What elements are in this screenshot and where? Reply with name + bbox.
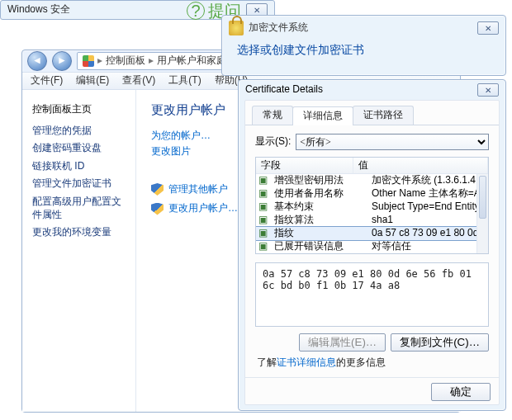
shield-icon [151, 203, 164, 215]
row-value: sha1 [367, 214, 476, 227]
nav-forward-button[interactable]: ► [52, 51, 72, 71]
cert-tabs: 常规 详细信息 证书路径 [245, 101, 499, 125]
list-header: 字段 值 [256, 158, 488, 174]
col-value[interactable]: 值 [353, 158, 488, 173]
ok-button[interactable]: 确定 [431, 383, 491, 401]
shield-icon [151, 183, 164, 196]
efs-title: 加密文件系统 [249, 21, 308, 35]
cert-field-list[interactable]: 字段 值 ▣增强型密钥用法加密文件系统 (1.3.6.1.4…▣使用者备用名称O… [255, 157, 489, 254]
lock-icon [229, 21, 244, 35]
sidebar-item-manage-certs[interactable]: 管理文件加密证书 [32, 177, 126, 191]
menu-file[interactable]: 文件(F) [31, 74, 63, 87]
list-row[interactable]: ▣指纹0a 57 c8 73 09 e1 80 0d… [256, 227, 476, 240]
sidebar-item-env-vars[interactable]: 更改我的环境变量 [32, 226, 126, 239]
menu-view[interactable]: 查看(V) [122, 74, 155, 87]
sidebar-item-credentials[interactable]: 管理您的凭据 [32, 125, 126, 138]
list-row[interactable]: ▣指纹算法sha1 [256, 214, 476, 227]
crumb-root[interactable]: 控制面板 [106, 54, 145, 68]
row-value: 对等信任 [367, 240, 476, 253]
nav-back-button[interactable]: ◄ [27, 51, 47, 71]
list-row[interactable]: ▣增强型密钥用法加密文件系统 (1.3.6.1.4… [256, 174, 476, 187]
row-icon: ▣ [256, 174, 269, 187]
row-icon: ▣ [256, 214, 269, 227]
sidebar-item-password-reset[interactable]: 创建密码重设盘 [32, 142, 126, 155]
edit-properties-button: 编辑属性(E)… [299, 333, 386, 352]
row-icon: ▣ [256, 227, 269, 240]
shield-icon [83, 55, 94, 67]
row-field: 已展开错误信息 [269, 240, 367, 253]
row-value: Other Name 主体名称=Adm… [367, 187, 476, 201]
more-info: 了解证书详细信息的更多信息 [257, 356, 487, 370]
row-field: 基本约束 [269, 201, 367, 214]
row-value: 0a 57 c8 73 09 e1 80 0d… [367, 227, 476, 240]
menu-tools[interactable]: 工具(T) [168, 74, 201, 87]
row-icon: ▣ [256, 187, 269, 201]
more-info-link[interactable]: 证书详细信息 [277, 356, 336, 368]
close-button[interactable] [477, 83, 499, 97]
tab-general[interactable]: 常规 [252, 106, 293, 125]
copy-to-file-button[interactable]: 复制到文件(C)… [391, 333, 489, 352]
row-value: 加密文件系统 (1.3.6.1.4… [367, 174, 476, 187]
list-row[interactable]: ▣已展开错误信息对等信任 [256, 240, 476, 253]
row-field: 使用者备用名称 [269, 187, 367, 201]
row-field: 指纹 [269, 227, 367, 240]
cp-sidebar: 控制面板主页 管理您的凭据 创建密码重设盘 链接联机 ID 管理文件加密证书 配… [22, 90, 136, 412]
sidebar-item-advanced-profile[interactable]: 配置高级用户配置文件属性 [32, 196, 126, 221]
tab-cert-path[interactable]: 证书路径 [353, 106, 414, 125]
show-filter-select[interactable]: <所有> [296, 134, 489, 150]
close-button[interactable] [477, 21, 499, 35]
dialog-title: Certificate Details [245, 83, 323, 97]
thumbprint-value[interactable]: 0a 57 c8 73 09 e1 80 0d 6e 56 fb 01 6c b… [255, 262, 489, 327]
menu-edit[interactable]: 编辑(E) [76, 74, 109, 87]
show-label: 显示(S): [255, 135, 291, 149]
wsec-title: Windows 安全 [7, 3, 70, 17]
row-icon: ▣ [256, 240, 269, 253]
list-row[interactable]: ▣使用者备用名称Other Name 主体名称=Adm… [256, 187, 476, 201]
scrollbar[interactable] [476, 174, 488, 253]
certificate-details-dialog: Certificate Details 常规 详细信息 证书路径 显示(S): … [238, 79, 506, 411]
efs-subtitle: 选择或创建文件加密证书 [222, 40, 505, 59]
list-row[interactable]: ▣基本约束Subject Type=End Entity… [256, 201, 476, 214]
col-field[interactable]: 字段 [256, 158, 353, 173]
row-field: 指纹算法 [269, 214, 367, 227]
row-value: Subject Type=End Entity… [367, 201, 476, 214]
question-icon: ? [187, 2, 205, 20]
row-field: 增强型密钥用法 [269, 174, 367, 187]
sidebar-item-link-online-id[interactable]: 链接联机 ID [32, 160, 126, 173]
row-icon: ▣ [256, 201, 269, 214]
efs-wizard-window: 加密文件系统 选择或创建文件加密证书 [221, 15, 506, 76]
sidebar-home[interactable]: 控制面板主页 [32, 103, 126, 116]
tab-details[interactable]: 详细信息 [292, 106, 353, 125]
